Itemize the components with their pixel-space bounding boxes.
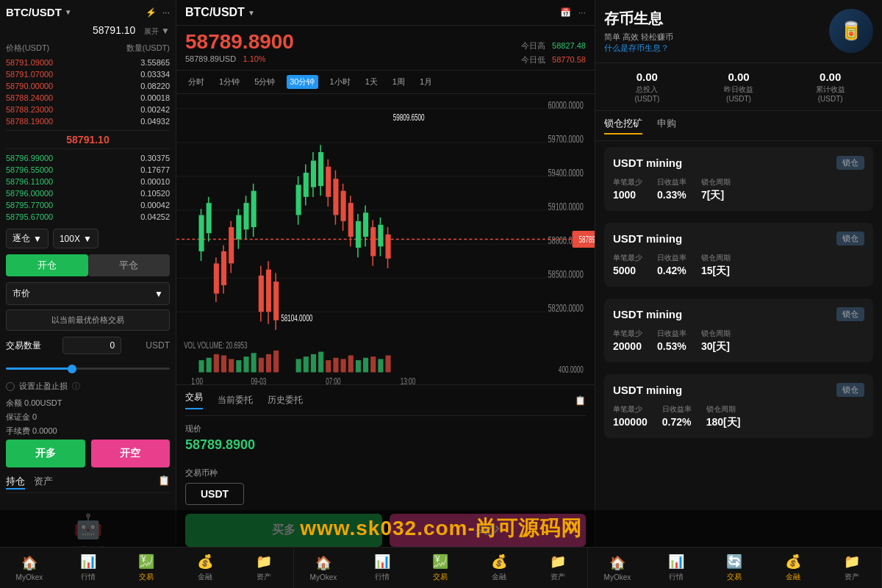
market-icon: 📊 bbox=[80, 553, 96, 570]
svg-rect-113 bbox=[370, 356, 376, 372]
nav-asset-1[interactable]: 📁 资产 bbox=[234, 553, 293, 582]
position-icon[interactable]: 📋 bbox=[158, 475, 170, 490]
chart-symbol[interactable]: BTC/USDT ▼ bbox=[185, 6, 255, 19]
svg-rect-70 bbox=[341, 191, 346, 221]
tf-1w[interactable]: 1周 bbox=[390, 75, 408, 89]
nav-market-1[interactable]: 📊 行情 bbox=[59, 553, 118, 582]
tab-history-order[interactable]: 历史委托 bbox=[268, 394, 303, 406]
expand-arrow[interactable]: ▼ bbox=[161, 26, 170, 36]
mining-card-4: USDT mining 锁仓 单笔最少 100000 日收益率 0.72% 锁仓… bbox=[604, 374, 873, 438]
svg-text:VOL VOLUME: 20.6953: VOL VOLUME: 20.6953 bbox=[184, 340, 247, 350]
trade-tab-row: 交易 当前委托 历史委托 📋 bbox=[185, 385, 586, 416]
nav-asset-3[interactable]: 📁 资产 bbox=[822, 553, 881, 582]
total-invest-stat: 0.00 总投入(USDT) bbox=[604, 71, 690, 103]
lock-badge-3[interactable]: 锁仓 bbox=[836, 307, 864, 321]
svg-text:59400.0000: 59400.0000 bbox=[548, 167, 583, 179]
svg-rect-22 bbox=[207, 203, 212, 233]
nav-finance-3[interactable]: 💰 金融 bbox=[764, 553, 822, 582]
mining-tab-lock[interactable]: 锁仓挖矿 bbox=[604, 117, 642, 135]
tf-30m[interactable]: 30分钟 bbox=[287, 75, 318, 89]
tab-trade[interactable]: 交易 bbox=[185, 391, 203, 409]
sell-button[interactable]: 买少 bbox=[390, 514, 587, 547]
nav-section-3: 🏠 MyOkex 📊 行情 🔄 交易 💰 金融 📁 资产 bbox=[588, 548, 882, 588]
svg-rect-82 bbox=[370, 227, 376, 257]
position-tab[interactable]: 持仓 bbox=[6, 475, 25, 490]
mining-name-4: USDT mining bbox=[613, 384, 682, 396]
tf-5m[interactable]: 5分钟 bbox=[251, 75, 278, 89]
chart-more-icon[interactable]: ··· bbox=[578, 7, 586, 18]
long-button[interactable]: 开多 bbox=[6, 440, 85, 467]
lock-badge-2[interactable]: 锁仓 bbox=[836, 232, 864, 245]
lock-badge-4[interactable]: 锁仓 bbox=[836, 383, 864, 397]
fee-info: 手续费 0.0000 bbox=[6, 426, 170, 437]
usdt-badge[interactable]: USDT bbox=[185, 483, 244, 505]
current-price-section: 现价 58789.8900 bbox=[185, 416, 586, 460]
position-tabs: 持仓 资产 📋 bbox=[6, 475, 170, 493]
nav-trade-2[interactable]: 💹 交易 bbox=[412, 553, 470, 582]
position-mode-select[interactable]: 逐仓 ▼ bbox=[6, 229, 49, 248]
stop-loss-radio[interactable] bbox=[6, 382, 15, 391]
nav-myokex-1[interactable]: 🏠 MyOkex bbox=[0, 555, 59, 581]
svg-rect-94 bbox=[214, 354, 219, 373]
short-button[interactable]: 开空 bbox=[91, 440, 171, 467]
leverage-slider[interactable] bbox=[6, 368, 170, 370]
candlestick-icon[interactable]: ⚡ bbox=[146, 7, 157, 18]
tf-1h[interactable]: 1小时 bbox=[327, 75, 354, 89]
min-amount-2: 单笔最少 5000 bbox=[613, 253, 642, 278]
bid-row-1: 58796.99000 0.30375 bbox=[6, 152, 170, 164]
open-tab[interactable]: 开仓 bbox=[6, 254, 88, 276]
svg-text:1:00: 1:00 bbox=[191, 376, 203, 384]
tab-current-order[interactable]: 当前委托 bbox=[218, 394, 253, 406]
nav-trade-3[interactable]: 🔄 交易 bbox=[706, 553, 764, 582]
mining-tab-subscribe[interactable]: 申购 bbox=[657, 117, 676, 135]
svg-rect-96 bbox=[229, 359, 234, 372]
svg-rect-115 bbox=[386, 356, 391, 373]
leverage-select[interactable]: 100X ▼ bbox=[53, 229, 98, 248]
margin-info: 保证金 0 bbox=[6, 412, 170, 423]
min-amount-4: 单笔最少 100000 bbox=[613, 404, 648, 429]
symbol-text: BTC/USDT bbox=[6, 6, 62, 18]
symbol-title[interactable]: BTC/USDT ▼ bbox=[6, 6, 72, 18]
nav-asset-2[interactable]: 📁 资产 bbox=[528, 553, 587, 582]
market-select[interactable]: 市价 ▼ bbox=[6, 282, 170, 305]
svg-rect-107 bbox=[326, 360, 331, 372]
mining-name-3: USDT mining bbox=[613, 308, 682, 320]
nav-market-2[interactable]: 📊 行情 bbox=[353, 553, 412, 582]
lock-badge-1[interactable]: 锁仓 bbox=[836, 156, 864, 170]
mining-details-4: 单笔最少 100000 日收益率 0.72% 锁仓周期 180[天] bbox=[613, 404, 864, 429]
tf-1mo[interactable]: 1月 bbox=[417, 75, 435, 89]
close-tab[interactable]: 平仓 bbox=[88, 254, 171, 276]
buy-button[interactable]: 买多 bbox=[185, 514, 382, 547]
mining-tabs: 锁仓挖矿 申购 bbox=[595, 111, 882, 141]
svg-text:59809.6500: 59809.6500 bbox=[393, 112, 425, 122]
total-earn-label: 累计收益(USDT) bbox=[787, 85, 873, 103]
nav-myokex-3[interactable]: 🏠 MyOkex bbox=[588, 555, 647, 581]
tf-1m[interactable]: 1分钟 bbox=[216, 75, 243, 89]
ask-row-6: 58788.19000 0.04932 bbox=[6, 115, 170, 127]
nav-trade-1[interactable]: 💹 交易 bbox=[118, 553, 176, 582]
expand-label[interactable]: 展开 bbox=[144, 27, 159, 35]
min-amount-1: 单笔最少 1000 bbox=[613, 177, 642, 202]
nav-market-3[interactable]: 📊 行情 bbox=[647, 553, 706, 582]
total-invest-label: 总投入(USDT) bbox=[604, 85, 690, 103]
trade-qty-input[interactable] bbox=[62, 337, 121, 354]
tf-1d[interactable]: 1天 bbox=[362, 75, 381, 89]
nav-finance-2[interactable]: 💰 金融 bbox=[470, 553, 528, 582]
nav-section-2: 🏠 MyOkex 📊 行情 💹 交易 💰 金融 📁 资产 bbox=[294, 548, 588, 588]
tf-fenshi[interactable]: 分时 bbox=[185, 75, 207, 89]
best-price-button[interactable]: 以当前最优价格交易 bbox=[6, 309, 170, 331]
more-icon[interactable]: ··· bbox=[162, 7, 170, 18]
order-icon[interactable]: 📋 bbox=[575, 395, 586, 406]
nav-finance-1[interactable]: 💰 金融 bbox=[176, 553, 234, 582]
savings-sub: 简单 高效 轻松赚币 bbox=[604, 32, 673, 43]
nav-myokex-2[interactable]: 🏠 MyOkex bbox=[294, 555, 353, 581]
info-icon[interactable]: ⓘ bbox=[72, 381, 80, 392]
finance-icon-2: 💰 bbox=[491, 553, 507, 570]
calendar-icon[interactable]: 📅 bbox=[560, 7, 571, 18]
asset-tab[interactable]: 资产 bbox=[34, 475, 53, 490]
timeframe-row: 分时 1分钟 5分钟 30分钟 1小时 1天 1周 1月 bbox=[176, 71, 595, 94]
savings-link[interactable]: 什么是存币生息？ bbox=[604, 43, 673, 54]
mining-card-4-header: USDT mining 锁仓 bbox=[613, 383, 864, 397]
svg-rect-92 bbox=[198, 360, 204, 372]
svg-rect-46 bbox=[266, 270, 271, 312]
